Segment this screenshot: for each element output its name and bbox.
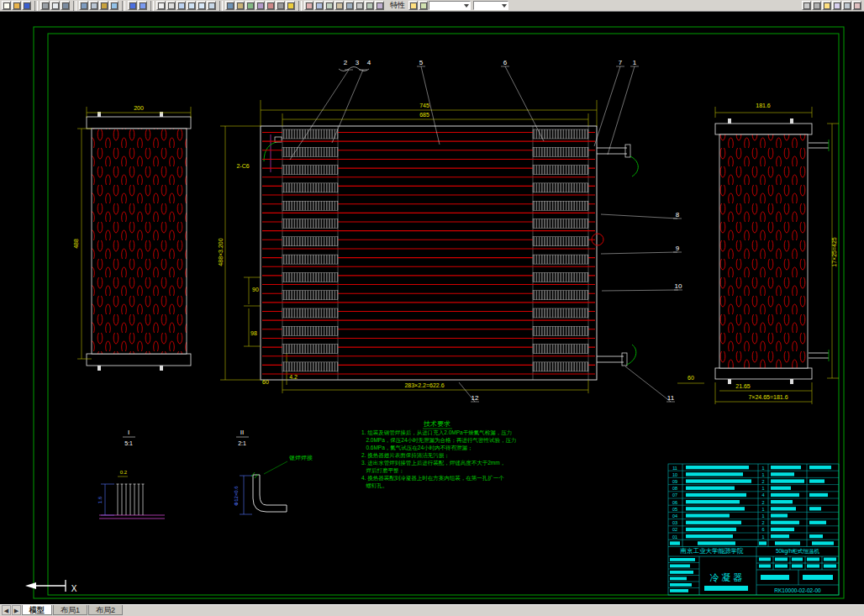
offset-icon[interactable]	[335, 1, 344, 10]
drawing-canvas[interactable]: 2004887456852-C6488×3.20090984.26060283×…	[0, 12, 864, 604]
tab-nav-right[interactable]: ▶	[12, 605, 21, 615]
undo-icon[interactable]	[128, 1, 137, 10]
tech-req-line: 3. 进出水管焊到接管上后进行装配，焊缝高度不大于2mm，	[361, 460, 505, 466]
paste-icon[interactable]	[99, 1, 108, 10]
design-center-icon[interactable]	[235, 1, 245, 10]
mirror-icon[interactable]	[324, 1, 334, 10]
draw-order-back-icon[interactable]	[812, 1, 821, 10]
rotate-icon[interactable]	[365, 1, 374, 10]
tech-req-line: 0.6MPa，氮气试压在24小时内不得有泄漏；	[361, 445, 473, 451]
dimension-text: 60	[688, 375, 694, 381]
fin-row	[533, 237, 588, 246]
tool-palettes-icon[interactable]	[245, 1, 255, 10]
redo-icon[interactable]	[138, 1, 147, 10]
markup-set-manager-icon[interactable]	[266, 1, 275, 10]
cut-icon[interactable]	[79, 1, 88, 10]
parts-item-no: 06	[672, 500, 677, 505]
zoom-window-icon[interactable]	[176, 1, 186, 10]
fin-profile	[129, 484, 132, 515]
pan-realtime-icon[interactable]	[156, 1, 166, 10]
parts-qty: 2	[761, 479, 764, 484]
note-text: 银焊焊接	[288, 455, 313, 461]
new-file-icon[interactable]	[2, 1, 11, 10]
plot-preview-icon[interactable]	[50, 1, 60, 10]
layer-properties-manager-icon[interactable]	[408, 1, 418, 10]
save-file-icon[interactable]	[22, 1, 31, 10]
right-side-view	[715, 118, 829, 384]
open-file-icon[interactable]	[12, 1, 21, 10]
osnap-settings-icon[interactable]	[852, 1, 861, 10]
fin-row	[282, 255, 338, 264]
move-icon[interactable]	[355, 1, 364, 10]
fin-row	[282, 183, 338, 192]
erase-icon[interactable]	[304, 1, 313, 10]
quick-calc-icon[interactable]	[276, 1, 285, 10]
layer-control-dropdown[interactable]	[429, 1, 471, 10]
parts-name-bar	[686, 513, 730, 517]
parts-name-bar	[686, 487, 735, 490]
detail-label: 5:1	[124, 440, 133, 446]
linetype-control-icon[interactable]	[832, 1, 841, 10]
tab-model[interactable]: 模型	[22, 605, 52, 615]
color-control-dropdown[interactable]	[473, 1, 508, 10]
copy-object-icon[interactable]	[314, 1, 324, 10]
title-block-bar	[670, 583, 692, 587]
parts-item-no: 04	[672, 513, 677, 519]
item-number: 4	[367, 59, 371, 66]
zoom-previous-icon[interactable]	[187, 1, 196, 10]
detail-label: II	[240, 429, 244, 436]
item-number: 11	[667, 394, 675, 402]
parts-qty: 1	[761, 466, 764, 471]
properties-icon[interactable]	[225, 1, 234, 10]
parts-material-bar	[771, 534, 789, 538]
title-block-text: 50kg/h柜式恒温机	[776, 548, 820, 555]
title-block-bar	[759, 558, 771, 561]
zoom-out-icon[interactable]	[207, 1, 216, 10]
fin-profile	[138, 484, 140, 515]
dimension-text: 181.6	[756, 103, 771, 108]
parts-name-bar	[686, 521, 741, 524]
parts-qty: 4	[761, 492, 764, 498]
array-icon[interactable]	[345, 1, 354, 10]
make-object-layer-current-icon[interactable]	[419, 1, 428, 10]
draw-order-front-icon[interactable]	[802, 1, 811, 10]
parts-item-no: 08	[672, 486, 677, 491]
parts-name-bar	[686, 534, 733, 538]
layer-control-icon[interactable]	[822, 1, 831, 10]
item-number: 10	[675, 282, 682, 290]
dimension-text: 98	[250, 330, 257, 336]
item-number: 6	[503, 59, 508, 66]
parts-qty: 1	[761, 513, 764, 519]
sheet-set-manager-icon[interactable]	[256, 1, 265, 10]
tab-layout2[interactable]: 布局2	[88, 605, 123, 615]
trim-icon[interactable]	[375, 1, 384, 10]
parts-remark-bar	[809, 493, 828, 497]
title-block-bar	[792, 558, 803, 561]
tech-req-line: 2.0MPa，保压24小时无泄漏为合格；再进行气密性试验，压力	[361, 437, 517, 444]
fin-row	[282, 237, 338, 246]
parts-name-bar	[686, 528, 736, 531]
tab-layout1[interactable]: 布局1	[53, 605, 87, 615]
parts-item-no: 05	[672, 507, 677, 512]
parts-header-bar	[759, 541, 767, 545]
parts-qty: 2	[761, 500, 764, 505]
parts-name-bar	[686, 466, 749, 469]
title-block-text: 冷 凝 器	[709, 572, 742, 582]
title-block-bar	[670, 589, 688, 592]
help-icon[interactable]	[286, 1, 295, 10]
parts-remark-bar	[809, 466, 831, 469]
standard-toolbar	[2, 1, 385, 11]
fin-row	[282, 219, 338, 229]
title-block-bar	[670, 558, 695, 561]
zoom-in-icon[interactable]	[197, 1, 206, 10]
tab-nav-left[interactable]: ◀	[2, 605, 11, 615]
plot-icon[interactable]	[40, 1, 50, 10]
parts-item-no: 02	[672, 527, 677, 532]
copy-icon[interactable]	[89, 1, 98, 10]
publish-icon[interactable]	[61, 1, 70, 10]
zoom-realtime-icon[interactable]	[166, 1, 176, 10]
match-properties-icon[interactable]	[109, 1, 119, 10]
parts-list: 111101092081074062051041032026011	[668, 466, 839, 592]
lineweight-control-icon[interactable]	[842, 1, 851, 10]
detail-labels: I5:1II2:1	[124, 429, 246, 446]
